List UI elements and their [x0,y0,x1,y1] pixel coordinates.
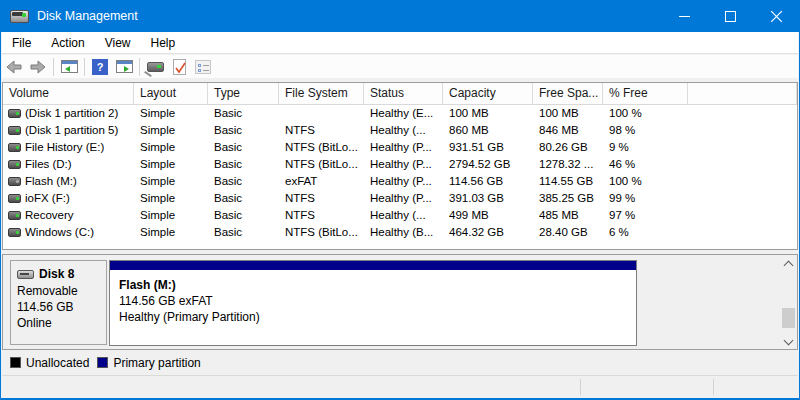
volume-type: Basic [208,105,279,122]
volume-fs: NTFS [279,190,364,207]
volume-row[interactable]: ioFX (F:) Simple Basic NTFS Healthy (P..… [3,190,797,207]
volume-drive-icon [8,160,21,169]
volume-row[interactable]: Files (D:) Simple Basic NTFS (BitLo... H… [3,156,797,173]
close-icon [771,11,782,22]
scrollbar-thumb[interactable] [782,308,795,328]
disk-header[interactable]: Disk 8 Removable 114.56 GB Online [10,260,107,345]
show-action-pane-button[interactable] [112,56,136,77]
volume-pct-free: 6 % [603,224,688,241]
volume-type: Basic [208,156,279,173]
column-header-type[interactable]: Type [208,83,279,104]
chevron-up-icon [784,260,794,270]
column-header-status[interactable]: Status [364,83,443,104]
volume-type: Basic [208,173,279,190]
minimize-icon [679,11,690,22]
volume-fs: NTFS (BitLo... [279,224,364,241]
volume-fs: NTFS (BitLo... [279,139,364,156]
scroll-down-button[interactable] [781,335,796,349]
menu-view[interactable]: View [95,32,141,54]
volume-pct-free: 100 % [603,105,688,122]
console-tree-icon [61,60,78,73]
legend-item-primary-partition: Primary partition [97,356,200,370]
close-button[interactable] [753,0,799,32]
volume-layout: Simple [134,224,208,241]
column-header-capacity[interactable]: Capacity [443,83,533,104]
maximize-button[interactable] [707,0,753,32]
scroll-up-button[interactable] [781,256,796,270]
volume-status: Healthy (P... [364,139,443,156]
volume-row[interactable]: File History (E:) Simple Basic NTFS (Bit… [3,139,797,156]
disk-status: Online [17,315,106,331]
volume-pct-free: 46 % [603,156,688,173]
legend-label: Unallocated [26,356,89,370]
volume-pct-free: 9 % [603,139,688,156]
volume-type: Basic [208,224,279,241]
volume-layout: Simple [134,156,208,173]
help-button[interactable]: ? [88,56,112,77]
volume-pct-free: 98 % [603,122,688,139]
disk-drive-icon [10,10,29,23]
volume-status: Healthy (... [364,122,443,139]
volume-type: Basic [208,139,279,156]
volume-free: 28.40 GB [533,224,603,241]
minimize-button[interactable] [661,0,707,32]
menu-file[interactable]: File [2,32,41,54]
column-header-pct-free[interactable]: % Free [603,83,688,104]
partition-title: Flash (M:) [119,277,636,293]
volume-row[interactable]: (Disk 1 partition 5) Simple Basic NTFS H… [3,122,797,139]
volume-layout: Simple [134,173,208,190]
volume-status: Healthy (P... [364,156,443,173]
menu-action[interactable]: Action [41,32,94,54]
volume-free: 846 MB [533,122,603,139]
volume-drive-icon [8,143,21,152]
disk-icon [17,270,34,279]
volume-capacity: 114.56 GB [443,173,533,190]
volume-layout: Simple [134,122,208,139]
back-button[interactable] [2,56,26,77]
partition-block[interactable]: Flash (M:) 114.56 GB exFAT Healthy (Prim… [109,260,637,346]
volume-type: Basic [208,122,279,139]
volume-capacity: 931.51 GB [443,139,533,156]
volume-row[interactable]: Windows (C:) Simple Basic NTFS (BitLo...… [3,224,797,241]
menu-help[interactable]: Help [141,32,186,54]
maximize-icon [725,11,736,22]
volume-drive-icon [8,126,21,135]
volume-name: Flash (M:) [25,173,77,190]
column-header-layout[interactable]: Layout [134,83,208,104]
disk-properties-icon [147,62,164,72]
check-document-button[interactable] [167,56,191,77]
titlebar[interactable]: Disk Management [1,0,799,32]
volume-free: 385.25 GB [533,190,603,207]
volume-pct-free: 100 % [603,173,688,190]
status-bar [2,375,798,398]
graphical-view-pane: Disk 8 Removable 114.56 GB Online Flash … [2,254,798,350]
volume-list-pane: Volume Layout Type File System Status Ca… [2,82,798,250]
toolbar-separator [84,58,85,76]
volume-row[interactable]: (Disk 1 partition 2) Simple Basic Health… [3,105,797,122]
volume-name: ioFX (F:) [25,190,70,207]
column-header-free-space[interactable]: Free Spa... [533,83,603,104]
volume-fs: NTFS (BitLo... [279,156,364,173]
volume-status: Healthy (E... [364,105,443,122]
disk-properties-button[interactable] [143,56,167,77]
toolbar-separator [53,58,54,76]
partition-color-bar [110,261,636,272]
volume-layout: Simple [134,190,208,207]
volume-free: 80.26 GB [533,139,603,156]
window-title: Disk Management [37,9,138,23]
checklist-button[interactable] [191,56,215,77]
legend-bar: Unallocated Primary partition [2,352,798,373]
volume-row[interactable]: Flash (M:) Simple Basic exFAT Healthy (P… [3,173,797,190]
primary-partition-swatch-icon [97,357,108,368]
partition-health: Healthy (Primary Partition) [119,309,636,325]
vertical-scrollbar[interactable] [781,256,796,349]
toolbar-separator [139,58,140,76]
column-header-volume[interactable]: Volume [3,83,134,104]
forward-button[interactable] [26,56,50,77]
volume-row[interactable]: Recovery Simple Basic NTFS Healthy (... … [3,207,797,224]
volume-pct-free: 99 % [603,190,688,207]
show-console-tree-button[interactable] [57,56,81,77]
forward-icon [30,60,46,74]
column-header-file-system[interactable]: File System [279,83,364,104]
volume-type: Basic [208,190,279,207]
